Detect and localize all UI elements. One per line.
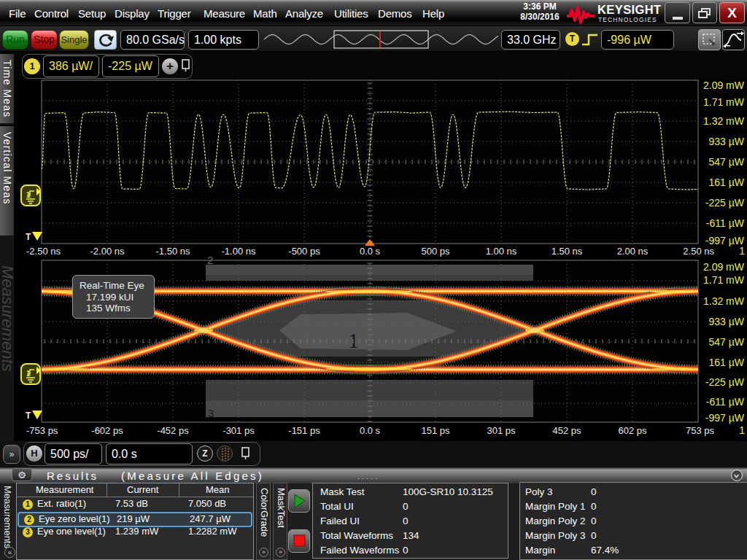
svg-text:933 µW: 933 µW bbox=[708, 136, 744, 147]
svg-text:2.09 mW: 2.09 mW bbox=[703, 79, 745, 91]
svg-text:2.09 mW: 2.09 mW bbox=[703, 261, 745, 273]
svg-text:161 µW: 161 µW bbox=[708, 176, 744, 188]
svg-text:547 µW: 547 µW bbox=[708, 156, 744, 168]
svg-text:1.50 ns: 1.50 ns bbox=[551, 246, 583, 257]
svg-text:-997 µW: -997 µW bbox=[705, 412, 745, 424]
svg-text:-225 µW: -225 µW bbox=[705, 197, 745, 209]
svg-text:-602 ps: -602 ps bbox=[91, 425, 123, 436]
svg-text:3: 3 bbox=[208, 407, 214, 419]
svg-text:-151 ps: -151 ps bbox=[288, 425, 320, 436]
svg-text:452 ps: 452 ps bbox=[552, 425, 581, 436]
svg-text:-301 ps: -301 ps bbox=[222, 425, 255, 436]
svg-text:1: 1 bbox=[739, 245, 745, 257]
svg-text:-2.00 ns: -2.00 ns bbox=[90, 246, 125, 257]
svg-text:0.0 s: 0.0 s bbox=[360, 246, 381, 257]
svg-text:T: T bbox=[26, 232, 31, 242]
svg-text:301 ps: 301 ps bbox=[487, 425, 516, 436]
svg-text:T: T bbox=[26, 411, 31, 421]
svg-text:-2.50 ns: -2.50 ns bbox=[26, 246, 61, 257]
svg-text:-1.00 ns: -1.00 ns bbox=[222, 246, 256, 257]
svg-text:1: 1 bbox=[26, 370, 31, 378]
svg-text:602 ps: 602 ps bbox=[618, 425, 647, 436]
svg-text:-753 ps: -753 ps bbox=[26, 425, 58, 436]
svg-text:1.32 mW: 1.32 mW bbox=[703, 295, 745, 307]
svg-text:1: 1 bbox=[26, 191, 31, 199]
svg-text:-1.50 ns: -1.50 ns bbox=[156, 246, 190, 257]
svg-text:753 ps: 753 ps bbox=[686, 425, 715, 436]
svg-text:2.50 ns: 2.50 ns bbox=[683, 246, 714, 257]
svg-text:-225 µW: -225 µW bbox=[705, 376, 745, 388]
svg-text:933 µW: 933 µW bbox=[708, 316, 744, 327]
svg-text:-611 µW: -611 µW bbox=[706, 217, 745, 229]
svg-text:2: 2 bbox=[207, 254, 213, 266]
svg-text:-500 ps: -500 ps bbox=[288, 246, 320, 257]
svg-text:151 ps: 151 ps bbox=[421, 425, 450, 436]
svg-text:-452 ps: -452 ps bbox=[157, 425, 189, 436]
svg-text:2.00 ns: 2.00 ns bbox=[617, 246, 649, 257]
svg-text:1.71 mW: 1.71 mW bbox=[703, 274, 745, 286]
svg-text:1.32 mW: 1.32 mW bbox=[703, 115, 745, 127]
svg-text:161 µW: 161 µW bbox=[708, 357, 744, 368]
svg-text:1.71 mW: 1.71 mW bbox=[703, 96, 745, 108]
svg-text:1.00 ns: 1.00 ns bbox=[486, 246, 517, 257]
svg-text:547 µW: 547 µW bbox=[708, 336, 744, 348]
svg-text:1: 1 bbox=[739, 424, 745, 436]
svg-text:0.0 s: 0.0 s bbox=[360, 425, 381, 436]
svg-text:500 ps: 500 ps bbox=[421, 246, 450, 257]
svg-text:-611 µW: -611 µW bbox=[706, 396, 745, 408]
